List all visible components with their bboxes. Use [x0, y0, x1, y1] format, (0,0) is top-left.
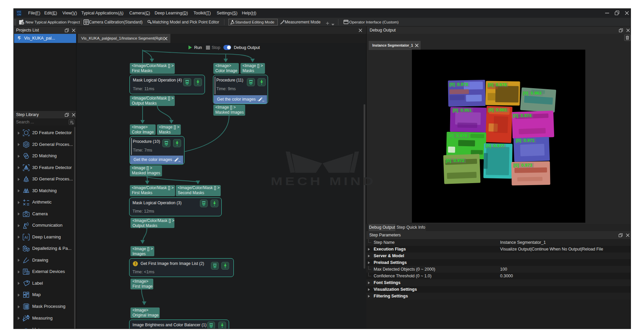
svg-text:AI: AI	[24, 235, 28, 239]
